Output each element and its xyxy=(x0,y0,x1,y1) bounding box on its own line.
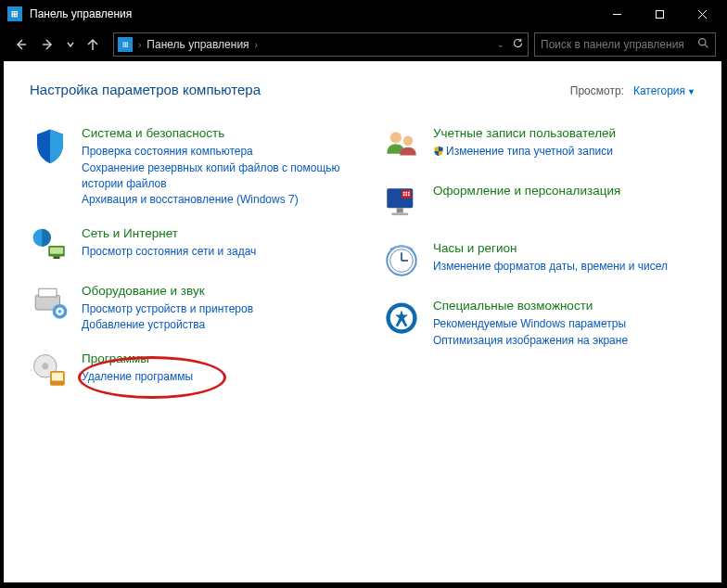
clock-icon xyxy=(381,240,422,281)
category-title[interactable]: Оформление и персонализация xyxy=(433,183,620,199)
control-panel-app-icon: ⊞ xyxy=(7,6,22,21)
category-link-text: Изменение типа учетной записи xyxy=(446,145,613,158)
category-link[interactable]: Рекомендуемые Windows параметры xyxy=(433,316,628,332)
svg-point-22 xyxy=(390,132,402,143)
svg-rect-26 xyxy=(392,213,409,216)
user-accounts-icon xyxy=(381,125,422,166)
svg-rect-31 xyxy=(403,194,405,196)
svg-rect-14 xyxy=(39,288,57,297)
minimize-button[interactable] xyxy=(595,0,638,28)
svg-rect-11 xyxy=(50,248,63,254)
category-link[interactable]: Изменение типа учетной записи xyxy=(433,144,616,161)
content-area: Настройка параметров компьютера Просмотр… xyxy=(4,61,721,582)
svg-point-19 xyxy=(42,363,48,369)
breadcrumb-location[interactable]: Панель управления xyxy=(147,38,249,51)
svg-rect-29 xyxy=(405,192,407,194)
category-title[interactable]: Сеть и Интернет xyxy=(82,225,256,242)
navbar: ⊞ › Панель управления › ⌄ xyxy=(0,28,723,61)
category-link[interactable]: Оптимизация изображения на экране xyxy=(433,333,628,349)
category-title[interactable]: Оборудование и звук xyxy=(82,283,253,300)
category-title[interactable]: Часы и регион xyxy=(433,240,668,257)
category-link[interactable]: Проверка состояния компьютера xyxy=(82,144,344,160)
svg-line-8 xyxy=(705,45,708,47)
svg-rect-21 xyxy=(52,373,63,381)
search-box[interactable] xyxy=(534,32,716,57)
window-title: Панель управления xyxy=(30,7,132,20)
category-link[interactable]: Сохранение резервных копий файлов с помо… xyxy=(82,160,344,193)
svg-rect-12 xyxy=(54,256,60,259)
category-hardware: Оборудование и звук Просмотр устройств и… xyxy=(30,283,344,334)
maximize-button[interactable] xyxy=(638,0,681,28)
up-button[interactable] xyxy=(80,32,106,58)
recent-dropdown[interactable] xyxy=(63,32,78,58)
svg-rect-28 xyxy=(403,192,405,194)
svg-rect-32 xyxy=(405,194,407,196)
category-programs: Программы Удаление программы xyxy=(30,351,344,391)
category-network: Сеть и Интернет Просмотр состояния сети … xyxy=(30,225,344,266)
shield-icon xyxy=(30,125,70,166)
category-title[interactable]: Система и безопасность xyxy=(82,125,344,142)
category-title[interactable]: Специальные возможности xyxy=(433,298,628,314)
breadcrumb[interactable]: ⊞ › Панель управления › ⌄ xyxy=(113,32,529,57)
category-user-accounts: Учетные записи пользователей Изменение т… xyxy=(381,125,695,166)
category-accessibility: Специальные возможности Рекомендуемые Wi… xyxy=(381,298,695,349)
svg-rect-30 xyxy=(408,192,410,194)
uninstall-program-link[interactable]: Удаление программы xyxy=(82,369,193,385)
search-icon[interactable] xyxy=(697,37,709,52)
close-button[interactable] xyxy=(681,0,723,28)
category-link[interactable]: Просмотр состояния сети и задач xyxy=(82,244,256,260)
view-value: Категория xyxy=(633,84,685,97)
back-button[interactable] xyxy=(7,32,33,58)
svg-rect-1 xyxy=(656,10,663,18)
chevron-right-icon: › xyxy=(255,40,258,50)
ease-of-access-icon xyxy=(381,298,422,339)
search-input[interactable] xyxy=(541,38,692,51)
svg-point-23 xyxy=(403,136,414,147)
category-clock-region: Часы и регион Изменение форматов даты, в… xyxy=(381,240,695,281)
category-link[interactable]: Архивация и восстановление (Windows 7) xyxy=(82,192,344,208)
svg-point-7 xyxy=(699,39,706,45)
category-link[interactable]: Просмотр устройств и принтеров xyxy=(82,301,253,317)
view-selector: Просмотр: Категория▼ xyxy=(570,84,695,97)
uac-shield-icon xyxy=(433,146,444,161)
category-link[interactable]: Добавление устройства xyxy=(82,317,253,333)
category-title[interactable]: Учетные записи пользователей xyxy=(433,125,616,142)
control-panel-icon: ⊞ xyxy=(118,37,133,52)
personalization-icon xyxy=(381,183,422,224)
titlebar: ⊞ Панель управления xyxy=(0,0,723,28)
programs-icon xyxy=(30,351,70,391)
printer-icon xyxy=(30,283,70,324)
page-title: Настройка параметров компьютера xyxy=(30,82,261,97)
chevron-right-icon: › xyxy=(138,40,141,50)
view-dropdown[interactable]: Категория▼ xyxy=(633,84,695,97)
view-label: Просмотр: xyxy=(570,84,624,97)
category-title[interactable]: Программы xyxy=(82,351,193,367)
category-system-security: Система и безопасность Проверка состояни… xyxy=(30,125,344,209)
svg-rect-25 xyxy=(397,208,403,212)
category-link[interactable]: Изменение форматов даты, времени и чисел xyxy=(433,259,668,275)
chevron-down-icon: ▼ xyxy=(687,87,695,96)
svg-point-17 xyxy=(58,310,62,313)
network-icon xyxy=(30,225,70,266)
forward-button[interactable] xyxy=(35,32,61,58)
svg-rect-33 xyxy=(408,194,410,196)
refresh-icon[interactable] xyxy=(512,37,524,52)
category-appearance: Оформление и персонализация xyxy=(381,183,695,224)
chevron-down-icon[interactable]: ⌄ xyxy=(497,40,504,49)
